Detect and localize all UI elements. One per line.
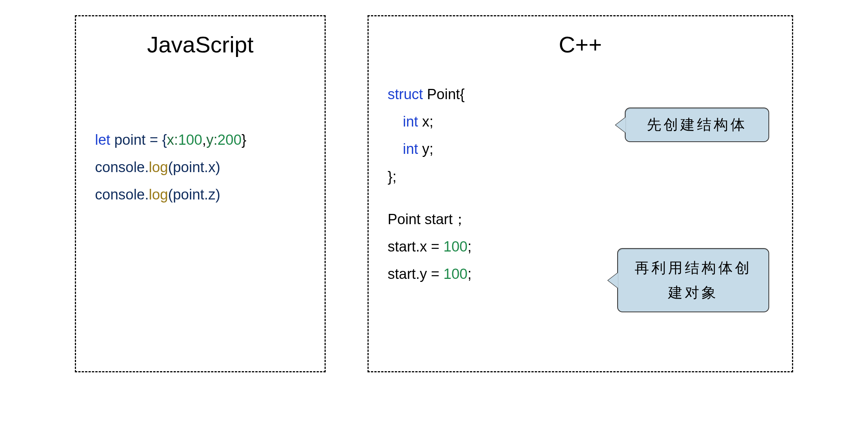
panel-title-cpp: C++ [380, 32, 781, 58]
js-code-block: let point = {x:100,y:200} console.log(po… [87, 126, 313, 209]
token-keyword: int [403, 114, 418, 130]
token-keyword: struct [388, 86, 423, 102]
panel-javascript: JavaScript let point = {x:100,y:200} con… [75, 15, 326, 372]
token-prop: y: [206, 132, 218, 148]
token-text: point = { [110, 132, 167, 148]
token-text: (point.z) [168, 187, 220, 203]
token-text: console. [95, 159, 149, 175]
cpp-struct-open: struct Point{ [388, 81, 781, 108]
token-function: log [149, 187, 168, 203]
token-function: log [149, 159, 168, 175]
token-text: Point{ [423, 86, 465, 102]
token-number: 100 [444, 239, 467, 255]
cpp-decl: Point start； [388, 206, 781, 233]
token-keyword: let [95, 132, 110, 148]
callout-text: 再利用结构体创建对象 [635, 260, 752, 301]
token-keyword: int [403, 141, 418, 157]
token-text: , [202, 132, 206, 148]
token-number: 100 [444, 266, 467, 282]
token-text: y; [418, 141, 433, 157]
cpp-struct-close: }; [388, 163, 781, 190]
callout-create-object: 再利用结构体创建对象 [617, 248, 769, 312]
token-text: start.x = [388, 239, 444, 255]
token-text: console. [95, 187, 149, 203]
js-line-1: let point = {x:100,y:200} [95, 126, 313, 153]
callout-arrow-icon [616, 117, 626, 133]
token-text: } [242, 132, 247, 148]
token-text: ; [467, 239, 472, 255]
js-line-2: console.log(point.x) [95, 153, 313, 181]
callout-struct-first: 先创建结构体 [625, 108, 769, 142]
token-number: 200 [217, 132, 241, 148]
panel-title-js: JavaScript [87, 32, 313, 58]
token-text: Point start； [388, 211, 467, 227]
token-text: ; [467, 266, 472, 282]
token-text: }; [388, 169, 396, 185]
token-text: (point.x) [168, 159, 220, 175]
token-prop: x: [167, 132, 178, 148]
panel-cpp: C++ struct Point{ int x; int y; }; Point… [367, 15, 793, 372]
token-text: start.y = [388, 266, 444, 282]
token-text: x; [418, 114, 433, 130]
callout-text: 先创建结构体 [647, 117, 747, 133]
callout-arrow-icon [608, 273, 618, 288]
token-number: 100 [178, 132, 202, 148]
js-line-3: console.log(point.z) [95, 181, 313, 208]
